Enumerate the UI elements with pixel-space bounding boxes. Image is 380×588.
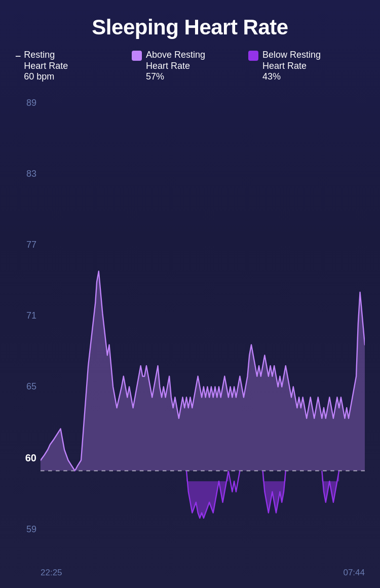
y-label-83: 83: [15, 169, 41, 179]
above-swatch-icon: [132, 51, 142, 61]
y-label-59: 59: [15, 524, 41, 535]
page-title: Sleeping Heart Rate: [15, 15, 365, 40]
legend-below: Below Resting Heart Rate 43%: [248, 50, 365, 83]
chart-area: 89 83 77 71 65 60 59: [15, 93, 365, 565]
y-label-65: 65: [15, 381, 41, 392]
legend-resting: -- Resting Heart Rate 60 bpm: [15, 50, 132, 83]
legend: -- Resting Heart Rate 60 bpm Above Resti…: [15, 50, 365, 83]
below-label: Below Resting: [262, 50, 321, 61]
above-value: 57%: [146, 71, 205, 83]
below-value: 43%: [262, 71, 321, 83]
resting-sub-label: Heart Rate: [24, 61, 68, 72]
chart-svg: [41, 93, 365, 565]
y-label-89: 89: [15, 98, 41, 108]
page-container: Sleeping Heart Rate -- Resting Heart Rat…: [0, 0, 380, 588]
above-label: Above Resting: [146, 50, 205, 61]
time-start: 22:25: [41, 568, 62, 578]
resting-label: Resting: [24, 50, 68, 61]
below-sub-label: Heart Rate: [262, 61, 321, 72]
y-label-60: 60: [15, 452, 41, 464]
legend-above: Above Resting Heart Rate 57%: [132, 50, 248, 83]
below-swatch-icon: [248, 51, 258, 61]
y-label-71: 71: [15, 310, 41, 321]
resting-icon: --: [15, 51, 20, 61]
y-label-77: 77: [15, 240, 41, 250]
y-axis: 89 83 77 71 65 60 59: [15, 93, 41, 565]
time-labels: 22:25 07:44: [15, 565, 365, 578]
above-sub-label: Heart Rate: [146, 61, 205, 72]
time-end: 07:44: [343, 568, 365, 578]
resting-value: 60 bpm: [24, 71, 68, 83]
